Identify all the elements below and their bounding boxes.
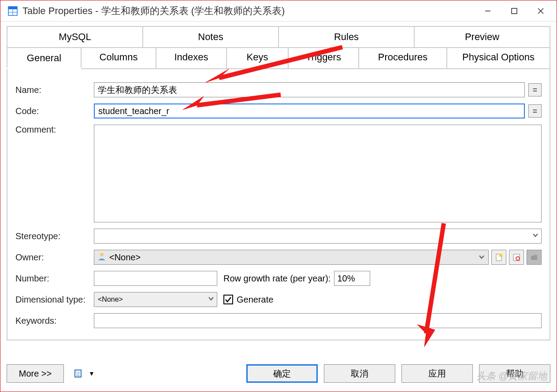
code-sync-button[interactable]: =	[528, 104, 542, 118]
chevron-down-icon	[479, 252, 485, 263]
title-bar: Table Properties - 学生和教师的关系表 (学生和教师的关系表)	[0, 0, 557, 22]
tab-procedures[interactable]: Procedures	[359, 48, 447, 69]
minimize-button[interactable]	[475, 0, 501, 22]
tab-physical-options[interactable]: Physical Options	[447, 48, 550, 69]
svg-marker-14	[206, 69, 229, 82]
tab-general[interactable]: General	[7, 47, 82, 68]
apply-button[interactable]: 应用	[401, 364, 473, 383]
tabs-upper: MySQL Notes Rules Preview	[7, 26, 550, 48]
dimensional-type-combo[interactable]: <None>	[94, 292, 217, 307]
more-button[interactable]: More >>	[7, 364, 64, 383]
close-button[interactable]	[527, 0, 554, 22]
tab-mysql[interactable]: MySQL	[7, 26, 143, 48]
number-label: Number:	[15, 274, 94, 284]
tab-triggers[interactable]: Triggers	[289, 48, 359, 69]
maximize-button[interactable]	[501, 0, 527, 22]
cancel-button[interactable]: 取消	[324, 364, 395, 383]
svg-rect-5	[512, 8, 517, 14]
ok-button[interactable]: 确定	[246, 364, 318, 383]
owner-new-button[interactable]	[491, 250, 506, 265]
chevron-down-icon	[532, 232, 538, 240]
name-label: Name:	[15, 85, 94, 95]
window-title: Table Properties - 学生和教师的关系表 (学生和教师的关系表)	[22, 4, 475, 18]
tab-notes[interactable]: Notes	[143, 26, 279, 48]
owner-browse-button[interactable]	[509, 250, 524, 265]
tab-columns[interactable]: Columns	[82, 48, 156, 69]
tab-preview[interactable]: Preview	[415, 26, 550, 48]
stereotype-combo[interactable]	[94, 229, 542, 244]
owner-value: <None>	[109, 252, 141, 263]
toolbar-menu-button[interactable]	[71, 366, 86, 381]
help-button[interactable]: 帮助	[479, 364, 550, 383]
svg-point-8	[100, 253, 104, 256]
generate-label: Generate	[237, 295, 273, 305]
code-label: Code:	[15, 106, 94, 116]
app-icon	[7, 6, 18, 16]
tab-keys[interactable]: Keys	[227, 48, 289, 69]
row-growth-input[interactable]	[334, 271, 370, 286]
keywords-input[interactable]	[94, 313, 542, 328]
general-panel: Name: = Code: = Comment: Stereotype: Own…	[7, 69, 550, 340]
svg-rect-19	[75, 370, 81, 377]
owner-combo[interactable]: <None>	[94, 250, 489, 265]
chevron-down-icon	[208, 296, 214, 303]
owner-folder-button	[527, 250, 542, 265]
tab-indexes[interactable]: Indexes	[156, 48, 227, 69]
row-growth-label: Row growth rate (per year):	[223, 274, 330, 284]
tab-rules[interactable]: Rules	[279, 26, 415, 48]
name-sync-button[interactable]: =	[528, 83, 542, 96]
comment-textarea[interactable]	[94, 125, 542, 222]
stereotype-label: Stereotype:	[15, 231, 94, 241]
svg-rect-10	[499, 254, 502, 257]
keywords-label: Keywords:	[15, 316, 94, 326]
svg-rect-1	[8, 7, 17, 9]
code-input[interactable]	[94, 104, 525, 118]
name-input[interactable]	[94, 82, 525, 97]
caret-down-icon[interactable]: ▼	[89, 370, 95, 377]
owner-label: Owner:	[15, 252, 94, 263]
generate-checkbox[interactable]	[223, 295, 233, 304]
number-input[interactable]	[94, 271, 217, 286]
user-icon	[97, 251, 107, 263]
dialog-footer: More >> ▼ 确定 取消 应用 帮助	[0, 355, 557, 392]
comment-label: Comment:	[15, 125, 94, 135]
dimensional-type-label: Dimensional type:	[15, 295, 94, 305]
tabs-lower: General Columns Indexes Keys Triggers Pr…	[7, 48, 550, 69]
